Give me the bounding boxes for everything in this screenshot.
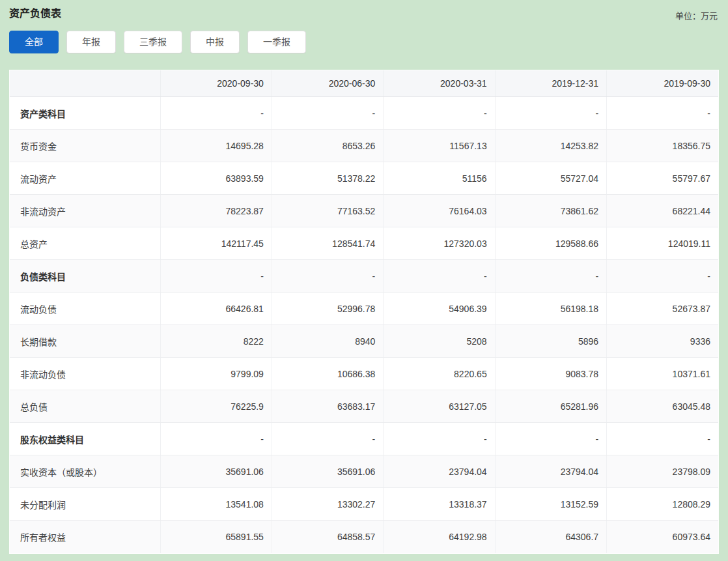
value-cell: 52673.87: [607, 293, 718, 325]
row-label-cell: 总负债: [10, 390, 160, 423]
value-cell: 12808.29: [607, 488, 718, 521]
page-title: 资产负债表: [9, 7, 61, 20]
value-cell: -: [384, 423, 495, 455]
value-cell: 8222: [160, 325, 272, 358]
row-label-cell: 实收资本（或股本）: [10, 455, 160, 488]
value-cell: 124019.11: [607, 227, 718, 260]
value-cell: 8220.65: [384, 358, 495, 390]
value-cell: 129588.66: [495, 227, 606, 260]
balance-sheet-table: 2020-09-302020-06-302020-03-312019-12-31…: [10, 70, 718, 553]
value-cell: -: [495, 260, 606, 293]
table-row: 长期借款82228940520858969336: [10, 325, 718, 358]
value-cell: 77163.52: [272, 195, 383, 227]
value-cell: 127320.03: [384, 227, 495, 260]
row-label-cell: 流动资产: [10, 162, 160, 195]
balance-sheet-page: 资产负债表 单位：万元 全部年报三季报中报一季报 2020-09-302020-…: [0, 0, 728, 554]
table-row: 所有者权益65891.5564858.5764192.9864306.76097…: [10, 521, 718, 553]
value-cell: 73861.62: [495, 195, 606, 227]
value-cell: 55727.04: [495, 162, 606, 195]
value-cell: 10686.38: [272, 358, 383, 390]
filter-button-interim[interactable]: 中报: [190, 31, 240, 53]
unit-label: 单位：万元: [675, 7, 718, 22]
value-cell: 54906.39: [384, 293, 495, 325]
value-cell: -: [272, 260, 383, 293]
table-row: 非流动资产78223.8777163.5276164.0373861.62682…: [10, 195, 718, 227]
value-cell: 9083.78: [495, 358, 606, 390]
period-header-cell: 2019-09-30: [607, 70, 718, 97]
value-cell: 8940: [272, 325, 383, 358]
value-cell: 35691.06: [272, 455, 383, 488]
value-cell: 18356.75: [607, 130, 718, 162]
value-cell: 8653.26: [272, 130, 383, 162]
value-cell: 78223.87: [160, 195, 272, 227]
row-label-cell: 资产类科目: [10, 97, 160, 130]
value-cell: -: [160, 423, 272, 455]
value-cell: -: [607, 97, 718, 130]
value-cell: 10371.61: [607, 358, 718, 390]
value-cell: 63127.05: [384, 390, 495, 423]
value-cell: -: [607, 260, 718, 293]
table-row: 负债类科目-----: [10, 260, 718, 293]
report-period-filterbar: 全部年报三季报中报一季报: [0, 22, 728, 53]
period-header-cell: 2019-12-31: [495, 70, 606, 97]
filter-button-all[interactable]: 全部: [9, 31, 59, 53]
table-row: 未分配利润13541.0813302.2713318.3713152.59128…: [10, 488, 718, 521]
table-row: 流动负债66426.8152996.7854906.3956198.185267…: [10, 293, 718, 325]
value-cell: -: [384, 97, 495, 130]
value-cell: -: [495, 423, 606, 455]
table-row: 实收资本（或股本）35691.0635691.0623794.0423794.0…: [10, 455, 718, 488]
value-cell: 23794.04: [384, 455, 495, 488]
row-label-cell: 货币资金: [10, 130, 160, 162]
value-cell: -: [384, 260, 495, 293]
row-label-cell: 流动负债: [10, 293, 160, 325]
value-cell: 142117.45: [160, 227, 272, 260]
value-cell: 64306.7: [495, 521, 606, 553]
table-row: 股东权益类科目-----: [10, 423, 718, 455]
value-cell: 65281.96: [495, 390, 606, 423]
row-label-cell: 未分配利润: [10, 488, 160, 521]
balance-sheet-table-wrap: 2020-09-302020-06-302020-03-312019-12-31…: [9, 70, 719, 554]
value-cell: -: [272, 423, 383, 455]
row-label-cell: 所有者权益: [10, 521, 160, 553]
value-cell: 9336: [607, 325, 718, 358]
value-cell: 5896: [495, 325, 606, 358]
table-row: 资产类科目-----: [10, 97, 718, 130]
value-cell: 60973.64: [607, 521, 718, 553]
row-label-cell: 股东权益类科目: [10, 423, 160, 455]
row-label-cell: 总资产: [10, 227, 160, 260]
table-row: 总负债76225.963683.1763127.0565281.9663045.…: [10, 390, 718, 423]
period-header-cell: 2020-06-30: [272, 70, 383, 97]
value-cell: 76225.9: [160, 390, 272, 423]
row-label-cell: 非流动负债: [10, 358, 160, 390]
filter-button-q1[interactable]: 一季报: [247, 31, 306, 53]
value-cell: -: [607, 423, 718, 455]
value-cell: 5208: [384, 325, 495, 358]
value-cell: -: [160, 97, 272, 130]
filter-button-q3[interactable]: 三季报: [124, 31, 182, 53]
table-row: 流动资产63893.5951378.225115655727.0455797.6…: [10, 162, 718, 195]
value-cell: 11567.13: [384, 130, 495, 162]
filter-button-annual[interactable]: 年报: [66, 31, 116, 53]
value-cell: 51378.22: [272, 162, 383, 195]
value-cell: 13302.27: [272, 488, 383, 521]
value-cell: 76164.03: [384, 195, 495, 227]
value-cell: 56198.18: [495, 293, 606, 325]
value-cell: 128541.74: [272, 227, 383, 260]
value-cell: -: [272, 97, 383, 130]
value-cell: 51156: [384, 162, 495, 195]
value-cell: -: [495, 97, 606, 130]
table-row: 非流动负债9799.0910686.388220.659083.7810371.…: [10, 358, 718, 390]
value-cell: 35691.06: [160, 455, 272, 488]
value-cell: 9799.09: [160, 358, 272, 390]
row-label-cell: 负债类科目: [10, 260, 160, 293]
value-cell: 13318.37: [384, 488, 495, 521]
value-cell: 63683.17: [272, 390, 383, 423]
value-cell: 64858.57: [272, 521, 383, 553]
value-cell: 63893.59: [160, 162, 272, 195]
value-cell: 66426.81: [160, 293, 272, 325]
table-row: 货币资金14695.288653.2611567.1314253.8218356…: [10, 130, 718, 162]
value-cell: 13152.59: [495, 488, 606, 521]
value-cell: 68221.44: [607, 195, 718, 227]
value-cell: 23794.04: [495, 455, 606, 488]
table-header-row: 2020-09-302020-06-302020-03-312019-12-31…: [10, 70, 718, 97]
